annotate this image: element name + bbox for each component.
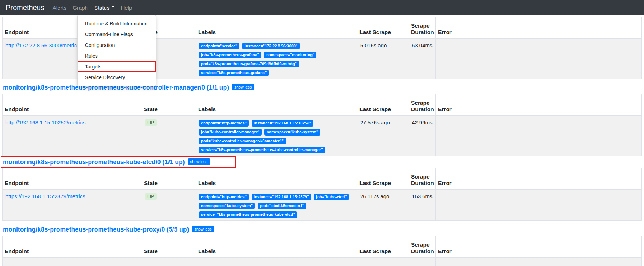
column-header-error: Error xyxy=(436,168,642,189)
target-row-clipped xyxy=(3,258,642,266)
scrape-duration-cell: 163.6ms xyxy=(409,189,436,221)
label-badge: service="k8s-prometheus-grafana" xyxy=(199,70,269,76)
label-badge: endpoint="http-metrics" xyxy=(199,194,249,200)
error-cell xyxy=(436,39,642,79)
column-header-last-scrape: Last Scrape xyxy=(357,236,409,258)
label-badge: job="k8s-prometheus-grafana" xyxy=(199,52,261,58)
label-badge: endpoint="service" xyxy=(199,43,239,49)
menu-item-command-line-flags[interactable]: Command-Line Flags xyxy=(78,29,156,40)
column-header-error: Error xyxy=(436,94,642,116)
nav-item-status[interactable]: Status xyxy=(91,5,118,11)
column-header-labels: Labels xyxy=(196,17,357,39)
label-badge: namespace="kube-system" xyxy=(199,203,255,209)
label-badge: instance="192.168.1.15:10252" xyxy=(252,120,313,127)
column-header-scrape-duration: Scrape Duration xyxy=(409,236,436,258)
label-badge: job="kube-controller-manager" xyxy=(199,129,262,136)
targets-table-etcd: Endpoint State Labels Last Scrape Scrape… xyxy=(2,168,642,221)
labels-cell: endpoint="http-metrics" instance="192.16… xyxy=(196,189,357,221)
label-badge: job="kube-etcd" xyxy=(314,194,349,200)
error-cell xyxy=(436,258,642,266)
show-less-button[interactable]: show less xyxy=(192,226,214,232)
column-header-endpoint: Endpoint xyxy=(3,94,142,116)
job-section-title-kube-proxy: monitoring/k8s-prometheus-prometheus-kub… xyxy=(3,225,642,234)
endpoint-cell: https://192.168.1.15:2379/metrics xyxy=(3,189,142,221)
job-title-text: monitoring/k8s-prometheus-prometheus-kub… xyxy=(3,226,189,233)
column-header-state: State xyxy=(142,168,196,189)
labels-cell: endpoint="service" instance="172.22.8.56… xyxy=(196,39,357,79)
labels-cell: endpoint="http-metrics" instance="192.16… xyxy=(196,116,357,156)
column-header-last-scrape: Last Scrape xyxy=(357,94,409,116)
scrape-duration-cell: 42.99ms xyxy=(409,116,436,156)
scrape-duration-cell: 63.04ms xyxy=(409,39,436,79)
menu-item-configuration[interactable]: Configuration xyxy=(78,40,156,51)
job-section-title-etcd: monitoring/k8s-prometheus-prometheus-kub… xyxy=(3,158,210,166)
table-header-row: Endpoint State Labels Last Scrape Scrape… xyxy=(3,168,642,189)
column-header-endpoint: Endpoint xyxy=(3,168,142,189)
targets-table-controller-manager: Endpoint State Labels Last Scrape Scrape… xyxy=(2,94,642,156)
label-badge: pod="k8s-prometheus-grafana-769d6dfb69-m… xyxy=(199,61,299,67)
column-header-error: Error xyxy=(436,236,642,258)
label-badge: namespace="kube-system" xyxy=(264,129,320,136)
endpoint-link[interactable]: http://172.22.8.56:3000/metrics xyxy=(5,42,80,48)
targets-table-kube-proxy: Endpoint State Labels Last Scrape Scrape… xyxy=(2,236,642,266)
column-header-scrape-duration: Scrape Duration xyxy=(409,17,436,39)
last-scrape-cell: 26.117s ago xyxy=(357,189,409,221)
caret-down-icon xyxy=(111,6,114,9)
show-less-button[interactable]: show less xyxy=(188,158,210,165)
prometheus-brand[interactable]: Prometheus xyxy=(6,4,44,12)
error-cell xyxy=(436,116,642,156)
column-header-labels: Labels xyxy=(196,168,357,189)
menu-item-rules[interactable]: Rules xyxy=(78,51,156,61)
scrape-duration-cell xyxy=(409,258,436,266)
column-header-labels: Labels xyxy=(196,94,357,116)
column-header-last-scrape: Last Scrape xyxy=(357,17,409,39)
menu-item-runtime-build-information[interactable]: Runtime & Build Information xyxy=(78,18,156,29)
column-header-labels: Labels xyxy=(196,236,357,258)
label-badge: pod="etcd-k8smaster1" xyxy=(258,203,306,209)
last-scrape-cell xyxy=(357,258,409,266)
column-header-scrape-duration: Scrape Duration xyxy=(409,168,436,189)
endpoint-cell: http://192.168.1.15:10252/metrics xyxy=(3,116,142,156)
nav-item-graph[interactable]: Graph xyxy=(70,5,91,11)
table-header-row: Endpoint State Labels Last Scrape Scrape… xyxy=(3,236,642,258)
label-badge: service="k8s-prometheus-prometheus-kube-… xyxy=(199,147,325,153)
nav-item-status-label: Status xyxy=(94,5,110,11)
show-less-button[interactable]: show less xyxy=(232,84,254,90)
endpoint-link[interactable]: http://192.168.1.15:10252/metrics xyxy=(5,119,85,125)
navbar: Prometheus Alerts Graph Status Help xyxy=(0,0,644,15)
column-header-scrape-duration: Scrape Duration xyxy=(409,94,436,116)
job-title-text: monitoring/k8s-prometheus-prometheus-kub… xyxy=(3,158,185,166)
label-badge: namespace="monitoring" xyxy=(264,52,316,58)
menu-item-service-discovery[interactable]: Service Discovery xyxy=(78,72,156,83)
state-cell: UP xyxy=(142,116,196,156)
last-scrape-cell: 27.576s ago xyxy=(357,116,409,156)
up-state-badge: UP xyxy=(145,193,157,200)
label-badge: instance="192.168.1.15:2379" xyxy=(252,194,311,200)
error-cell xyxy=(436,189,642,221)
nav-item-alerts[interactable]: Alerts xyxy=(49,5,70,11)
status-dropdown-menu: Runtime & Build Information Command-Line… xyxy=(77,15,156,86)
column-header-state: State xyxy=(142,94,196,116)
endpoint-cell xyxy=(3,258,142,266)
labels-cell xyxy=(196,258,357,266)
label-badge: pod="kube-controller-manager-k8smaster1" xyxy=(199,138,286,144)
state-cell: UP xyxy=(142,189,196,221)
column-header-last-scrape: Last Scrape xyxy=(357,168,409,189)
column-header-state: State xyxy=(142,236,196,258)
target-row: https://192.168.1.15:2379/metrics UP end… xyxy=(3,189,642,221)
column-header-endpoint: Endpoint xyxy=(3,236,142,258)
column-header-error: Error xyxy=(436,17,642,39)
last-scrape-cell: 5.016s ago xyxy=(357,39,409,79)
state-cell xyxy=(142,258,196,266)
label-badge: instance="172.22.8.56:3000" xyxy=(242,43,300,49)
table-header-row: Endpoint State Labels Last Scrape Scrape… xyxy=(3,94,642,116)
nav-item-help[interactable]: Help xyxy=(118,5,135,11)
label-badge: service="k8s-prometheus-prometheus-kube-… xyxy=(199,211,297,218)
menu-item-targets[interactable]: Targets xyxy=(78,61,156,72)
annotation-highlight-box-etcd: monitoring/k8s-prometheus-prometheus-kub… xyxy=(1,156,236,168)
target-row: http://192.168.1.15:10252/metrics UP end… xyxy=(3,116,642,156)
up-state-badge: UP xyxy=(145,119,157,126)
label-badge: endpoint="http-metrics" xyxy=(199,120,249,127)
endpoint-link[interactable]: https://192.168.1.15:2379/metrics xyxy=(5,193,85,199)
